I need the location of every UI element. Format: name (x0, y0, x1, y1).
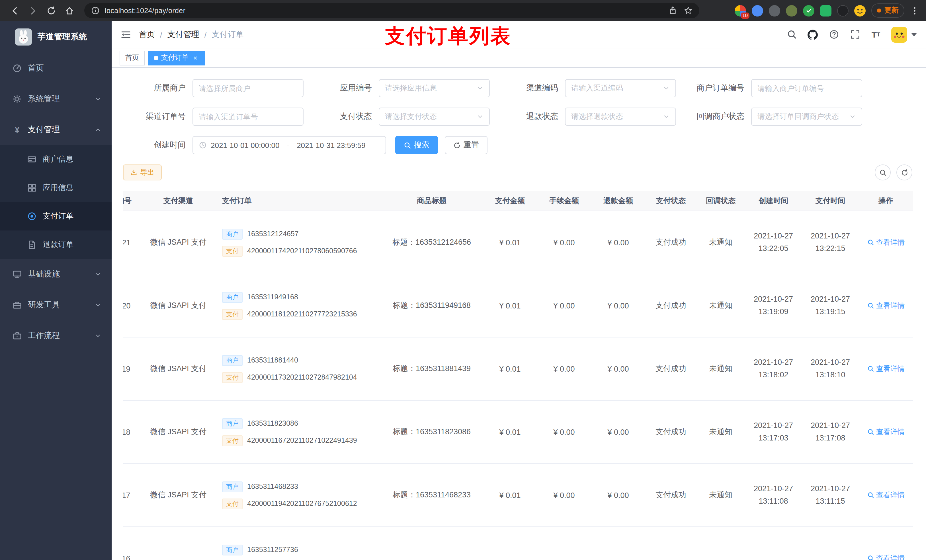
target-icon (27, 212, 36, 221)
export-button[interactable]: 导出 (123, 165, 162, 180)
date-range-picker[interactable]: 2021-10-01 00:00:00 - 2021-10-31 23:59:5… (192, 136, 386, 154)
tab-home[interactable]: 首页 (120, 50, 145, 65)
help-button[interactable] (828, 29, 840, 40)
sidebar-item-pay-order[interactable]: 支付订单 (0, 202, 112, 231)
merchant-order-no-input[interactable] (751, 79, 862, 97)
header-search-button[interactable] (786, 29, 797, 40)
merchant-filter-input[interactable] (192, 79, 304, 97)
cell-pay-time: 2021-10-27 13:17:08 (802, 401, 859, 463)
extension-icon-6[interactable] (820, 5, 831, 16)
chevron-down-icon (849, 113, 856, 120)
active-tab-dot (154, 56, 158, 60)
sidebar-item-app-info[interactable]: 应用信息 (0, 174, 112, 202)
cell-fee-amount: ¥ 0.00 (537, 274, 591, 337)
tags-view: 首页 支付订单 (112, 48, 926, 68)
breadcrumb-home[interactable]: 首页 (139, 29, 155, 39)
col-title: 商品标题 (380, 191, 483, 211)
cell-create-time: 2021-10-27 13:18:02 (745, 338, 802, 400)
check-icon (805, 8, 812, 14)
view-detail-link[interactable]: 查看详情 (867, 301, 905, 311)
browser-menu-button[interactable] (910, 6, 919, 15)
chevron-down-icon (95, 302, 101, 308)
extension-icon-4[interactable] (786, 5, 797, 16)
pay-status-select[interactable]: 请选择支付状态 (379, 107, 490, 126)
yen-icon (12, 125, 22, 134)
app-logo[interactable]: 芋道管理系统 (0, 21, 112, 53)
sidebar-item-home[interactable]: 首页 (0, 53, 112, 84)
sidebar-item-dev-tools[interactable]: 研发工具 (0, 290, 112, 320)
download-icon (130, 169, 137, 176)
bookmark-star-icon[interactable] (684, 6, 693, 15)
sidebar: 芋道管理系统 首页 系统管理 支付管理 商户信息 (0, 21, 112, 560)
merchant-tag: 商户 (222, 481, 243, 492)
url-text: localhost:1024/pay/order (105, 6, 185, 15)
refund-status-select[interactable]: 请选择退款状态 (565, 107, 676, 126)
breadcrumb-payment[interactable]: 支付管理 (168, 29, 199, 39)
cell-pay-time: 2021-10-27 13:22:15 (802, 211, 859, 274)
forward-arrow-icon (29, 6, 38, 15)
sidebar-item-refund-order[interactable]: 退款订单 (0, 231, 112, 259)
channel-order-no-input[interactable] (192, 107, 304, 126)
address-bar[interactable]: localhost:1024/pay/order (84, 3, 699, 18)
sidebar-item-system[interactable]: 系统管理 (0, 84, 112, 115)
cell-action: 查看详情 (859, 464, 913, 527)
share-icon[interactable] (669, 6, 677, 15)
user-menu[interactable] (891, 26, 917, 42)
cell-id: 118 (123, 401, 141, 463)
gear-icon (12, 95, 22, 104)
sidebar-item-payment[interactable]: 支付管理 (0, 115, 112, 145)
extension-icon-5[interactable] (803, 5, 814, 16)
view-detail-link[interactable]: 查看详情 (867, 238, 905, 247)
browser-home-button[interactable] (62, 3, 77, 18)
sidebar-item-workflow[interactable]: 工作流程 (0, 320, 112, 351)
extension-icon-3[interactable] (769, 5, 780, 16)
extension-icon-2[interactable] (752, 5, 763, 16)
user-avatar (891, 26, 907, 42)
filter-refund-status: 退款状态 请选择退款状态 (495, 107, 682, 126)
table-row: 120 微信 JSAPI 支付 商户 1635311949168 支付 4200… (123, 274, 913, 338)
channel-transaction-no: 4200001173202110272847982104 (247, 373, 357, 381)
view-detail-link[interactable]: 查看详情 (867, 427, 905, 437)
browser-reload-button[interactable] (43, 3, 59, 18)
notify-status-select[interactable]: 请选择订单回调商户状态 (751, 107, 862, 126)
cell-action: 查看详情 (859, 527, 913, 560)
close-icon[interactable] (191, 54, 199, 62)
cell-notify-status: 未通知 (696, 401, 745, 463)
app-id-select[interactable]: 请选择应用信息 (379, 79, 490, 97)
browser-back-button[interactable] (7, 3, 23, 18)
channel-code-select[interactable]: 请输入渠道编码 (565, 79, 676, 97)
search-button[interactable]: 搜索 (395, 136, 438, 154)
extension-icon-7[interactable] (837, 5, 849, 16)
reset-button[interactable]: 重置 (445, 136, 487, 154)
search-icon (867, 492, 874, 498)
filter-notify-status: 回调商户状态 请选择订单回调商户状态 (682, 107, 868, 126)
col-fee-amount: 手续金额 (537, 191, 591, 211)
font-size-button[interactable] (870, 29, 882, 40)
tab-pay-order[interactable]: 支付订单 (148, 50, 205, 65)
back-arrow-icon (10, 6, 20, 15)
chevron-down-icon (95, 96, 101, 103)
sidebar-item-merchant-info[interactable]: 商户信息 (0, 145, 112, 174)
view-detail-link[interactable]: 查看详情 (867, 490, 905, 500)
cell-fee-amount: ¥ 0.00 (537, 401, 591, 463)
refresh-table-button[interactable] (896, 165, 912, 180)
cell-create-time (745, 527, 802, 560)
filter-app-id: 应用编号 请选择应用信息 (309, 79, 495, 97)
extension-icon-8[interactable] (854, 5, 865, 16)
site-info-icon[interactable] (91, 6, 100, 15)
toggle-search-button[interactable] (875, 165, 891, 180)
merchant-order-no: 1635311881440 (247, 356, 298, 364)
browser-update-button[interactable]: 更新 (872, 3, 904, 18)
channel-transaction-no: 4200001167202110271022491439 (247, 436, 357, 444)
cell-notify-status: 未通知 (696, 211, 745, 274)
extension-icon-1[interactable]: 10 (735, 5, 746, 16)
sidebar-item-infrastructure[interactable]: 基础设施 (0, 259, 112, 290)
table-row: 117 微信 JSAPI 支付 商户 1635311468233 支付 4200… (123, 464, 913, 527)
github-button[interactable] (807, 29, 819, 40)
pay-tag: 支付 (222, 309, 243, 320)
sidebar-toggle-button[interactable] (121, 29, 131, 39)
view-detail-link[interactable]: 查看详情 (867, 554, 905, 560)
view-detail-link[interactable]: 查看详情 (867, 364, 905, 374)
browser-forward-button[interactable] (25, 3, 41, 18)
fullscreen-button[interactable] (849, 29, 861, 40)
